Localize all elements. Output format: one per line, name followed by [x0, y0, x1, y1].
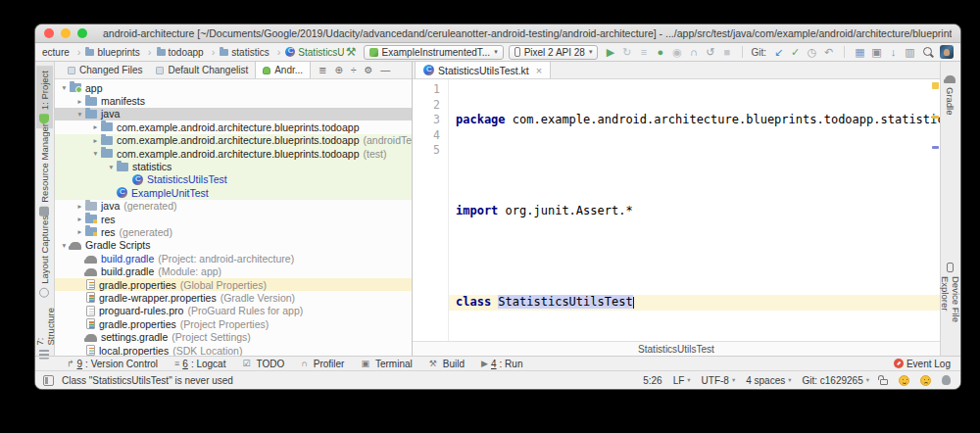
status-segment[interactable]: 4 spaces ▾: [746, 375, 791, 386]
tree-row[interactable]: StatisticsUtilsTest: [55, 173, 412, 186]
run-tasks-icon[interactable]: ≡: [636, 45, 651, 60]
tree-expander-icon[interactable]: ▾: [74, 110, 85, 119]
project-view-tab[interactable]: Default Changelist: [149, 62, 255, 78]
unlock-icon[interactable]: [880, 379, 888, 385]
warning-mark-icon[interactable]: [932, 116, 939, 119]
tree-expander-icon[interactable]: ▸: [90, 136, 101, 145]
warning-mark-icon[interactable]: [932, 82, 939, 89]
editor-tab[interactable]: StatisticsUtilsTest.kt ×: [415, 62, 551, 78]
tree-expander-icon[interactable]: ▸: [74, 97, 85, 106]
vcs-commit-icon[interactable]: ✓: [788, 45, 803, 60]
tree-row[interactable]: proguard-rules.pro (ProGuard Rules for a…: [55, 305, 412, 317]
vcs-history-icon[interactable]: ◷: [805, 45, 819, 60]
event-log-button[interactable]: Event Log: [894, 359, 951, 369]
tree-row[interactable]: ▸ com.example.android.architecture.bluep…: [55, 120, 412, 133]
breadcrumb-item[interactable]: blueprints: [85, 46, 156, 58]
hide-panel-icon[interactable]: —: [380, 65, 390, 75]
attach-debugger-icon[interactable]: ◉: [669, 45, 684, 60]
tree-expander-icon[interactable]: ▸: [74, 227, 85, 236]
tool-window-tab[interactable]: Layout Captures: [36, 211, 53, 303]
project-view-tab[interactable]: Andr...: [255, 62, 311, 78]
tree-row[interactable]: ▸ manifests: [55, 94, 412, 107]
run-configuration-select[interactable]: ExampleInstrumentedT... ▾: [364, 45, 504, 60]
tree-expander-icon[interactable]: ▾: [90, 149, 101, 158]
tool-window-tab[interactable]: Resource Manager: [36, 119, 53, 221]
build-hammer-icon[interactable]: ⚒: [344, 45, 359, 60]
tree-row[interactable]: gradle-wrapper.properties (Gradle Versio…: [55, 291, 412, 304]
tool-window-button[interactable]: ▶ 4: Run: [481, 359, 522, 369]
tool-window-button[interactable]: ▣ Terminal: [361, 359, 412, 369]
caret-position-widget[interactable]: 5:26: [643, 375, 662, 386]
debug-icon[interactable]: ●: [653, 45, 667, 60]
breadcrumb-item[interactable]: todoapp: [157, 46, 220, 58]
sad-feedback-icon[interactable]: [920, 375, 931, 386]
tree-row[interactable]: local.properties (SDK Location): [55, 344, 412, 356]
tree-row[interactable]: ExampleUnitTest: [55, 186, 412, 199]
close-tab-icon[interactable]: ×: [536, 65, 542, 76]
vcs-rollback-icon[interactable]: ↶: [821, 45, 836, 60]
locate-file-icon[interactable]: ⊕: [335, 65, 343, 75]
breadcrumb-item[interactable]: StatisticsUtilsTest: [285, 47, 343, 58]
tree-row[interactable]: ▸ com.example.android.architecture.bluep…: [55, 134, 412, 147]
tool-window-button[interactable]: ≡ 6: Logcat: [174, 359, 225, 369]
tool-window-tab[interactable]: Gradle: [942, 71, 958, 120]
device-file-explorer-icon[interactable]: ▥: [903, 45, 917, 60]
status-segment[interactable]: Git: c1629265 ▾: [802, 375, 869, 386]
sync-gradle-icon[interactable]: ↺: [703, 45, 717, 60]
settings-gear-icon[interactable]: ⚙: [364, 65, 372, 75]
tree-row[interactable]: gradle.properties (Global Properties): [55, 278, 412, 291]
tool-window-button[interactable]: ☑ TODO: [242, 359, 284, 369]
search-icon[interactable]: [922, 46, 935, 59]
run-icon[interactable]: ▶: [603, 45, 617, 60]
happy-feedback-icon[interactable]: [899, 375, 909, 386]
tree-row[interactable]: ▾ com.example.android.architecture.bluep…: [55, 147, 412, 160]
tree-row[interactable]: ▾ java: [55, 108, 412, 120]
tree-row[interactable]: ▾ app: [55, 81, 412, 94]
breadcrumb-item[interactable]: ecture: [42, 46, 85, 58]
close-window-button[interactable]: [44, 28, 54, 38]
tree-row[interactable]: gradle.properties (Project Properties): [55, 317, 412, 330]
status-segment[interactable]: LF ▾: [673, 375, 691, 386]
tree-row[interactable]: ▸ res: [55, 213, 412, 225]
code-editor[interactable]: 1 2 3 4 5 package com.example.android.ar…: [413, 79, 940, 341]
inspection-profile-icon[interactable]: [942, 375, 951, 385]
tool-window-button[interactable]: ∩ Profiler: [301, 359, 344, 369]
tool-window-toggle-icon[interactable]: [43, 375, 54, 386]
tree-row[interactable]: ▸ java (generated): [55, 200, 412, 213]
profile-icon[interactable]: ∩: [686, 45, 701, 60]
tool-window-tab[interactable]: Device File Explorer: [942, 258, 958, 356]
editor-breadcrumb[interactable]: StatisticsUtilsTest: [413, 341, 940, 356]
code-line-3: import org.junit.Assert.*: [449, 204, 940, 219]
minimize-window-button[interactable]: [61, 28, 71, 38]
tree-expander-icon[interactable]: ▸: [74, 215, 85, 223]
vcs-update-icon[interactable]: ↙: [771, 45, 786, 60]
apply-changes-icon[interactable]: ↻: [619, 45, 634, 60]
layout-inspector-icon[interactable]: ▦: [853, 45, 867, 60]
tree-row[interactable]: ▾ Gradle Scripts: [55, 239, 412, 252]
breadcrumb-item[interactable]: statistics: [220, 46, 285, 58]
tree-row[interactable]: build.gradle (Module: app): [55, 265, 412, 277]
tree-expander-icon[interactable]: ▾: [59, 83, 70, 92]
tool-window-button[interactable]: ↱ 9: Version Control: [67, 359, 158, 369]
zoom-window-button[interactable]: [77, 28, 87, 38]
caret-mark-icon[interactable]: [932, 146, 939, 149]
device-select[interactable]: Pixel 2 API 28 ▾: [509, 45, 599, 60]
tree-expander-icon[interactable]: ▾: [106, 163, 117, 171]
tree-row[interactable]: settings.gradle (Project Settings): [55, 330, 412, 343]
tree-row[interactable]: ▾ statistics: [55, 160, 412, 172]
user-avatar[interactable]: [940, 45, 954, 59]
tree-expander-icon[interactable]: ▸: [74, 202, 85, 211]
collapse-all-icon[interactable]: ÷: [351, 65, 357, 75]
view-options-icon[interactable]: ≣: [318, 65, 326, 75]
sdk-manager-icon[interactable]: ↓: [886, 45, 901, 60]
tool-window-tab[interactable]: 7: Structure: [36, 303, 53, 364]
status-segment[interactable]: UTF-8 ▾: [702, 375, 736, 386]
project-view-tab[interactable]: Changed Files: [61, 62, 149, 78]
tree-row[interactable]: build.gradle (Project: android-architect…: [55, 252, 412, 265]
tree-row[interactable]: ▸ res (generated): [55, 225, 412, 238]
device-manager-icon[interactable]: ▣: [869, 45, 884, 60]
tool-window-button[interactable]: ⚒ Build: [429, 359, 465, 369]
stop-icon[interactable]: ■: [719, 45, 734, 60]
tree-expander-icon[interactable]: ▸: [90, 122, 101, 131]
android-studio-window: android-architecture [~/Documents/Google…: [35, 24, 960, 389]
